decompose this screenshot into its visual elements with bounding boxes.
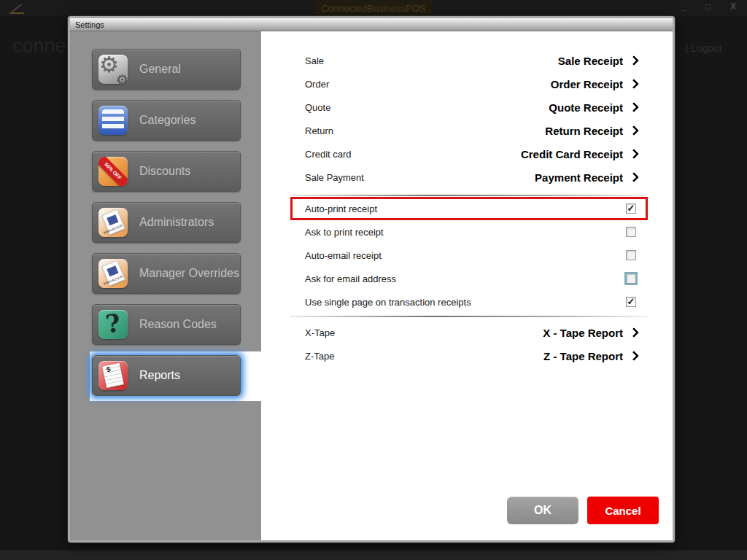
option-label: Ask for email address [305, 273, 396, 284]
section-divider [290, 195, 648, 196]
settings-dialog: Settings General Categories [68, 16, 675, 542]
receipt-template-name: Return Receipt [545, 125, 623, 137]
sidebar-item[interactable]: Discounts [92, 151, 241, 192]
manager-badge-icon [98, 259, 128, 288]
section-divider [290, 316, 648, 317]
option-label: Ask to print receipt [305, 227, 384, 238]
tape-link-value: Z - Tape Report [543, 350, 639, 362]
receipt-type-label: Sale [305, 55, 324, 66]
sidebar-item-label: Administrators [139, 216, 214, 229]
settings-sidebar: General Categories Discounts [70, 31, 261, 540]
receipt-template-name: Order Receipt [551, 78, 623, 90]
receipt-type-label: Return [305, 125, 333, 136]
sidebar-item[interactable]: Categories [92, 100, 241, 141]
logout-link[interactable]: | Logout [686, 42, 722, 54]
receipt-type-label: Credit card [305, 149, 352, 160]
sidebar-item-button[interactable]: General [92, 49, 241, 90]
sidebar-item-label: Reports [139, 369, 180, 382]
sidebar-item[interactable]: Administrators [92, 202, 241, 243]
sidebar-item[interactable]: Manager Overrides [92, 253, 241, 294]
chevron-right-icon [629, 55, 639, 66]
option-row: Use single page on transaction receipts [290, 290, 648, 314]
option-checkbox[interactable] [626, 227, 636, 237]
cancel-button[interactable]: Cancel [587, 497, 659, 524]
sidebar-item-label: General [139, 63, 181, 76]
tape-link-row[interactable]: X-Tape X - Tape Report [290, 321, 648, 344]
tape-report-name: X - Tape Report [543, 327, 623, 339]
gears-icon [98, 55, 128, 84]
tape-type-label: Z-Tape [305, 351, 334, 362]
option-checkbox[interactable] [626, 203, 636, 214]
app-logo-icon [9, 2, 25, 14]
receipt-type-label: Sale Payment [305, 172, 364, 183]
categories-list-icon [98, 106, 128, 135]
settings-dialog-titlebar[interactable]: Settings [70, 18, 673, 31]
chevron-right-icon [629, 327, 639, 338]
sidebar-item[interactable]: General [92, 49, 241, 90]
question-mark-icon [98, 310, 128, 339]
sidebar-item-button[interactable]: Discounts [92, 151, 241, 192]
receipt-link-value: Return Receipt [545, 125, 639, 137]
bottom-strip [0, 551, 747, 560]
minimize-button[interactable]: _ [678, 1, 689, 12]
option-row: Ask for email address [290, 267, 648, 290]
option-checkbox[interactable] [626, 250, 636, 260]
receipt-link-value: Payment Receipt [535, 171, 639, 184]
chevron-right-icon [629, 125, 639, 136]
sidebar-item-label: Reason Codes [139, 318, 217, 331]
receipt-link-row[interactable]: Credit card Credit Card Receipt [290, 142, 648, 166]
tape-report-name: Z - Tape Report [543, 350, 623, 362]
option-label: Use single page on transaction receipts [305, 297, 471, 308]
sidebar-item[interactable]: Reports [92, 355, 241, 396]
tape-link-value: X - Tape Report [543, 327, 639, 339]
receipt-link-row[interactable]: Sale Payment Payment Receipt [290, 166, 648, 189]
ok-button[interactable]: OK [507, 497, 578, 524]
option-label: Auto-print receipt [305, 203, 377, 214]
chevron-right-icon [629, 102, 639, 112]
receipt-type-label: Order [305, 79, 329, 90]
app-title-container: ConnectedBusinessPOS [315, 1, 432, 16]
sidebar-item-button[interactable]: Reason Codes [92, 304, 241, 345]
tape-link-row[interactable]: Z-Tape Z - Tape Report [290, 344, 648, 368]
dialog-buttons: OK Cancel [507, 497, 659, 524]
close-button[interactable]: X [728, 1, 738, 12]
discount-tag-icon [98, 157, 128, 186]
chevron-right-icon [629, 172, 639, 182]
sidebar-item-button[interactable]: Manager Overrides [92, 253, 241, 294]
reports-settings-panel: Sale Sale Receipt Order Order Receipt [261, 31, 673, 540]
option-checkbox[interactable] [626, 273, 636, 284]
receipt-option-list: Auto-print receipt Ask to print receipt … [290, 197, 648, 314]
option-row: Auto-print receipt [290, 197, 648, 220]
option-row: Auto-email receipt [290, 244, 648, 267]
maximize-button[interactable]: □ [703, 1, 713, 12]
receipt-link-value: Order Receipt [551, 78, 639, 90]
sidebar-item-button[interactable]: Administrators [92, 202, 241, 243]
settings-dialog-title: Settings [75, 20, 104, 29]
receipt-template-name: Quote Receipt [549, 101, 623, 114]
receipt-link-value: Sale Receipt [558, 55, 639, 67]
app-title: ConnectedBusinessPOS [321, 3, 425, 14]
option-label: Auto-email receipt [305, 250, 382, 261]
receipt-template-name: Credit Card Receipt [521, 148, 623, 160]
receipt-link-row[interactable]: Sale Sale Receipt [290, 49, 648, 72]
settings-dialog-body: General Categories Discounts [70, 31, 673, 540]
receipt-link-value: Credit Card Receipt [521, 148, 639, 160]
receipt-template-name: Payment Receipt [535, 171, 623, 184]
chevron-right-icon [629, 79, 639, 89]
receipt-template-name: Sale Receipt [558, 55, 623, 67]
sidebar-item-label: Discounts [139, 165, 190, 178]
receipt-link-row[interactable]: Order Order Receipt [290, 72, 648, 96]
sidebar-item-button[interactable]: Categories [92, 100, 241, 141]
receipt-link-list: Sale Sale Receipt Order Order Receipt [290, 49, 648, 189]
tape-link-list: X-Tape X - Tape Report Z-Tape Z - Tape R… [290, 321, 648, 368]
sidebar-item[interactable]: Reason Codes [92, 304, 241, 345]
window-controls: _ □ X [678, 1, 738, 12]
receipt-link-row[interactable]: Quote Quote Receipt [290, 96, 648, 119]
receipt-link-value: Quote Receipt [549, 101, 639, 114]
chevron-right-icon [629, 351, 639, 361]
sidebar-item-button[interactable]: Reports [92, 355, 241, 396]
sidebar-item-label: Manager Overrides [139, 267, 239, 280]
receipt-link-row[interactable]: Return Return Receipt [290, 119, 648, 142]
option-checkbox[interactable] [626, 297, 636, 307]
app-titlebar: ConnectedBusinessPOS _ □ X [0, 0, 747, 16]
